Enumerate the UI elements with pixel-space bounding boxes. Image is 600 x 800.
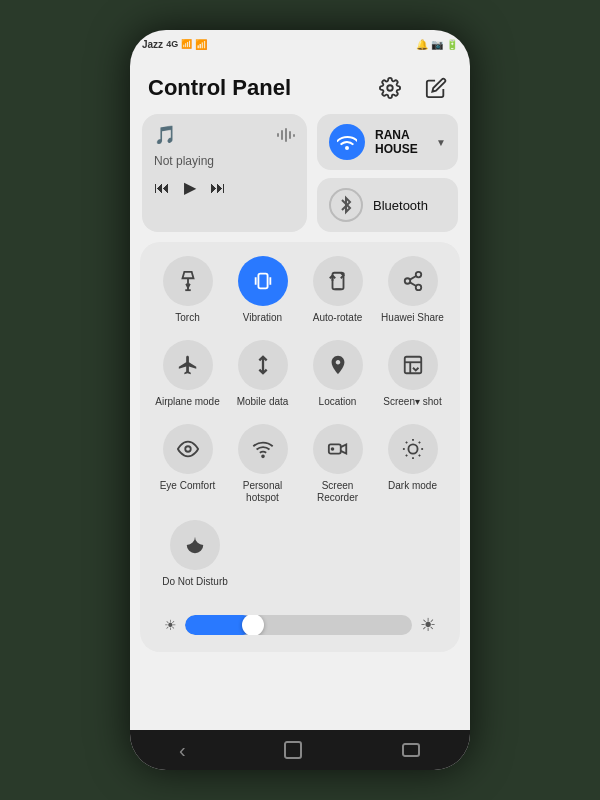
vibration-icon [238, 256, 288, 306]
recorder-icon [313, 424, 363, 474]
toggle-recorder[interactable]: Screen Recorder [303, 424, 373, 504]
airplane-icon [163, 340, 213, 390]
mobiledata-label: Mobile data [237, 396, 289, 408]
recents-button[interactable] [401, 742, 421, 758]
status-icons: 🔔 📷 🔋 [416, 39, 458, 50]
screenshot-icon [388, 340, 438, 390]
donotdisturb-label: Do Not Disturb [162, 576, 228, 588]
brightness-high-icon: ☀ [420, 614, 436, 636]
torch-icon [163, 256, 213, 306]
svg-rect-28 [403, 744, 419, 756]
carrier-info: Jazz 4G 📶 📶 [142, 39, 207, 50]
location-icon [313, 340, 363, 390]
edit-button[interactable] [420, 72, 452, 104]
top-cards-row: 🎵 Not playing ⏮ ▶ ⏭ [130, 114, 470, 242]
toggle-hotspot[interactable]: Personal hotspot [228, 424, 298, 504]
svg-line-12 [409, 276, 415, 280]
music-note-icon: 🎵 [154, 124, 176, 146]
status-extra: 🔔 📷 🔋 [416, 39, 458, 50]
svg-point-15 [262, 455, 264, 457]
carrier-label: Jazz [142, 39, 163, 50]
control-panel: Control Panel [130, 58, 470, 770]
brightness-thumb [242, 615, 264, 635]
toggle-huaweishare[interactable]: Huawei Share [378, 256, 448, 324]
svg-line-21 [405, 442, 406, 443]
toggle-screenshot[interactable]: Screen▾ shot [378, 340, 448, 408]
wifi-bt-column: RANA HOUSE ▼ Bluetooth [317, 114, 458, 232]
hotspot-icon [238, 424, 288, 474]
svg-point-17 [331, 448, 333, 450]
music-card-top: 🎵 [154, 124, 295, 146]
toggle-row-2: Airplane mode Mobile data [150, 340, 450, 408]
music-status-label: Not playing [154, 154, 295, 168]
toggle-autorotate[interactable]: Auto-rotate [303, 256, 373, 324]
svg-point-14 [185, 446, 191, 452]
back-button[interactable]: ‹ [179, 739, 186, 762]
svg-line-26 [418, 442, 419, 443]
screenshot-label: Screen▾ shot [383, 396, 441, 408]
recorder-label: Screen Recorder [303, 480, 373, 504]
page-title: Control Panel [148, 75, 291, 101]
mobiledata-icon [238, 340, 288, 390]
brightness-row: ☀ ☀ [150, 604, 450, 642]
bottom-nav: ‹ [130, 730, 470, 770]
svg-rect-27 [285, 742, 301, 758]
music-wave-icon [277, 128, 295, 142]
donotdisturb-icon [170, 520, 220, 570]
toggle-mobiledata[interactable]: Mobile data [228, 340, 298, 408]
network-type: 4G 📶 [166, 39, 192, 49]
header-actions [374, 72, 452, 104]
toggle-torch[interactable]: Torch [153, 256, 223, 324]
torch-label: Torch [175, 312, 199, 324]
wifi-icon: 📶 [195, 39, 207, 50]
svg-rect-16 [328, 444, 340, 453]
settings-button[interactable] [374, 72, 406, 104]
svg-rect-1 [277, 133, 279, 137]
svg-rect-7 [332, 273, 343, 290]
brightness-low-icon: ☀ [164, 617, 177, 633]
airplane-label: Airplane mode [155, 396, 219, 408]
darkmode-label: Dark mode [388, 480, 437, 492]
prev-button[interactable]: ⏮ [154, 179, 170, 197]
music-controls: ⏮ ▶ ⏭ [154, 178, 295, 197]
toggle-location[interactable]: Location [303, 340, 373, 408]
home-button[interactable] [283, 740, 303, 760]
toggle-eyecomfort[interactable]: Eye Comfort [153, 424, 223, 504]
brightness-slider[interactable] [185, 615, 412, 635]
music-card[interactable]: 🎵 Not playing ⏮ ▶ ⏭ [142, 114, 307, 232]
toggle-vibration[interactable]: Vibration [228, 256, 298, 324]
quick-toggles-section: Torch Vibration [140, 242, 460, 652]
wifi-card[interactable]: RANA HOUSE ▼ [317, 114, 458, 170]
svg-rect-4 [289, 131, 291, 139]
toggle-row-3: Eye Comfort Personal hotspot [150, 424, 450, 504]
bluetooth-icon [329, 188, 363, 222]
eyecomfort-icon [163, 424, 213, 474]
svg-line-25 [405, 455, 406, 456]
toggle-donotdisturb[interactable]: Do Not Disturb [160, 520, 230, 588]
svg-line-22 [418, 455, 419, 456]
wifi-info: RANA HOUSE [375, 128, 418, 157]
svg-point-18 [408, 444, 417, 453]
svg-point-0 [387, 85, 393, 91]
svg-point-9 [404, 278, 410, 284]
toggle-airplane[interactable]: Airplane mode [153, 340, 223, 408]
wifi-ssid-line2: HOUSE [375, 142, 418, 156]
cp-header: Control Panel [130, 58, 470, 114]
wifi-ssid-line1: RANA [375, 128, 418, 142]
bluetooth-card[interactable]: Bluetooth [317, 178, 458, 232]
autorotate-label: Auto-rotate [313, 312, 362, 324]
wifi-dropdown-icon[interactable]: ▼ [436, 137, 446, 148]
eyecomfort-label: Eye Comfort [160, 480, 216, 492]
toggle-darkmode[interactable]: Dark mode [378, 424, 448, 504]
next-button[interactable]: ⏭ [210, 179, 226, 197]
wifi-icon [329, 124, 365, 160]
svg-point-8 [415, 272, 421, 278]
play-button[interactable]: ▶ [184, 178, 196, 197]
location-label: Location [319, 396, 357, 408]
toggle-row-1: Torch Vibration [150, 256, 450, 324]
autorotate-icon [313, 256, 363, 306]
bluetooth-label: Bluetooth [373, 198, 428, 213]
vibration-label: Vibration [243, 312, 282, 324]
huaweishare-label: Huawei Share [381, 312, 444, 324]
svg-line-11 [409, 282, 415, 286]
